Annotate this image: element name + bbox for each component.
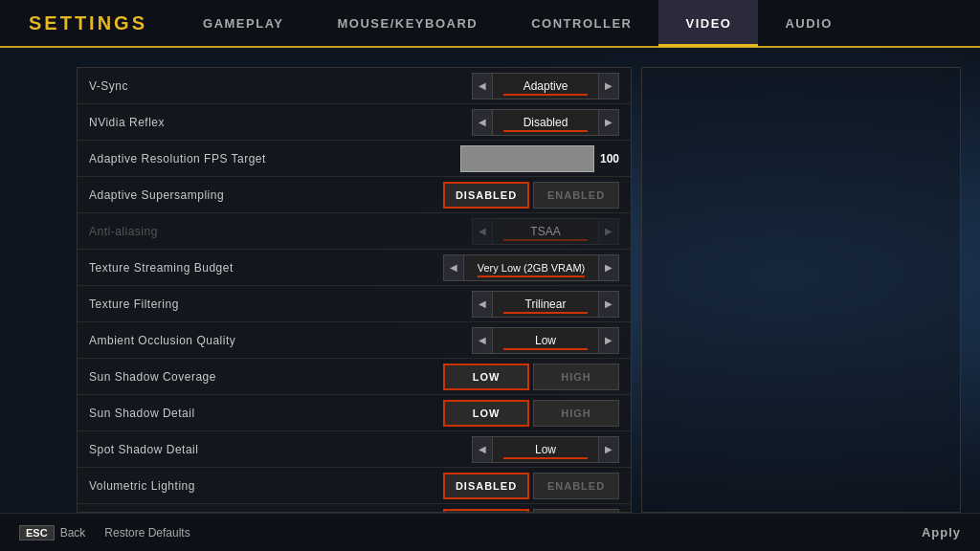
restore-defaults-btn[interactable]: Restore Defaults [104,526,189,540]
apply-btn[interactable]: Apply [922,525,961,540]
volumetric-lighting-label: Volumetric Lighting [89,479,443,493]
texture-streaming-next-btn[interactable]: ▶ [598,254,619,281]
adaptive-resolution-slider[interactable] [460,145,594,172]
back-label: Back [60,526,86,540]
sun-shadow-detail-row: Sun Shadow Detail Low High [78,395,631,431]
texture-streaming-budget-control: ◀ Very Low (2GB VRAM) ▶ [443,254,619,281]
adaptive-resolution-control: 100 [460,145,619,172]
sun-shadow-detail-high-btn[interactable]: High [533,400,619,427]
texture-filtering-prev-btn[interactable]: ◀ [472,291,493,318]
sun-shadow-detail-low-btn[interactable]: Low [443,400,529,427]
texture-filtering-control: ◀ Trilinear ▶ [472,291,619,318]
nvidia-reflex-next-btn[interactable]: ▶ [598,109,619,136]
header: SETTINGS GAMEPLAY MOUSE/KEYBOARD CONTROL… [0,0,980,48]
texture-streaming-value: Very Low (2GB VRAM) [464,254,598,281]
adaptive-resolution-row: Adaptive Resolution FPS Target 100 [78,141,631,177]
sun-shadow-coverage-row: Sun Shadow Coverage Low High [78,359,631,395]
tab-gameplay[interactable]: GAMEPLAY [176,0,310,47]
nvidia-reflex-row: NVidia Reflex ◀ Disabled ▶ [78,104,631,141]
anti-aliasing-row: Anti-aliasing ◀ TSAA ▶ [78,213,631,250]
adaptive-resolution-value: 100 [600,152,619,165]
footer: ESC Back Restore Defaults Apply [0,513,980,551]
anti-aliasing-label: Anti-aliasing [89,225,472,238]
texture-filtering-row: Texture Filtering ◀ Trilinear ▶ [78,286,631,322]
anti-aliasing-next-btn[interactable]: ▶ [598,218,619,245]
volumetric-lighting-enabled-btn[interactable]: Enabled [533,473,619,499]
preview-panel [641,67,961,513]
vsync-label: V-Sync [89,79,472,93]
nvidia-reflex-label: NVidia Reflex [89,116,472,129]
spot-shadow-detail-control: ◀ Low ▶ [472,436,619,463]
sun-shadow-coverage-low-btn[interactable]: Low [443,364,529,390]
vsync-control: ◀ Adaptive ▶ [472,73,619,99]
spot-shadow-value: Low [493,436,598,463]
dynamic-spot-shadows-row: Dynamic Spot Shadows Disabled Enabled [78,504,631,513]
tab-video[interactable]: VIDEO [658,0,758,47]
volumetric-lighting-control: Disabled Enabled [443,473,619,499]
spot-shadow-detail-label: Spot Shadow Detail [89,443,472,456]
adaptive-supersampling-enabled-btn[interactable]: Enabled [533,182,619,209]
ambient-occlusion-control: ◀ Low ▶ [472,327,619,354]
nvidia-reflex-prev-btn[interactable]: ◀ [472,109,493,136]
vsync-next-btn[interactable]: ▶ [598,73,619,99]
sun-shadow-coverage-label: Sun Shadow Coverage [89,370,443,384]
texture-filtering-label: Texture Filtering [89,298,472,311]
ambient-occlusion-row: Ambient Occlusion Quality ◀ Low ▶ [78,322,631,359]
vsync-value: Adaptive [493,73,598,99]
sun-shadow-detail-label: Sun Shadow Detail [89,407,443,420]
nav-tabs: GAMEPLAY MOUSE/KEYBOARD CONTROLLER VIDEO… [176,0,980,47]
texture-streaming-budget-row: Texture Streaming Budget ◀ Very Low (2GB… [78,250,631,286]
tab-audio[interactable]: AUDIO [758,0,858,47]
spot-shadow-next-btn[interactable]: ▶ [598,436,619,463]
sun-shadow-detail-control: Low High [443,400,619,427]
ambient-occlusion-prev-btn[interactable]: ◀ [472,327,493,354]
adaptive-supersampling-row: Adaptive Supersampling Disabled Enabled [78,177,631,213]
vsync-prev-btn[interactable]: ◀ [472,73,493,99]
volumetric-lighting-disabled-btn[interactable]: Disabled [443,473,529,499]
adaptive-supersampling-control: Disabled Enabled [443,182,619,209]
adaptive-resolution-label: Adaptive Resolution FPS Target [89,152,460,165]
back-section: ESC Back [19,525,85,540]
tab-controller[interactable]: CONTROLLER [504,0,658,47]
nvidia-reflex-control: ◀ Disabled ▶ [472,109,619,136]
volumetric-lighting-row: Volumetric Lighting Disabled Enabled [78,468,631,504]
sun-shadow-coverage-control: Low High [443,364,619,390]
ambient-occlusion-value: Low [493,327,598,354]
anti-aliasing-prev-btn[interactable]: ◀ [472,218,493,245]
ambient-occlusion-next-btn[interactable]: ▶ [598,327,619,354]
main-content: V-Sync ◀ Adaptive ▶ NVidia Reflex ◀ Disa… [0,48,980,513]
spot-shadow-detail-row: Spot Shadow Detail ◀ Low ▶ [78,431,631,468]
texture-filtering-next-btn[interactable]: ▶ [598,291,619,318]
adaptive-supersampling-label: Adaptive Supersampling [89,188,443,202]
app-title: SETTINGS [0,12,176,34]
spot-shadow-prev-btn[interactable]: ◀ [472,436,493,463]
anti-aliasing-control: ◀ TSAA ▶ [472,218,619,245]
anti-aliasing-value: TSAA [493,218,598,245]
esc-key: ESC [19,525,55,540]
adaptive-supersampling-disabled-btn[interactable]: Disabled [443,182,529,209]
texture-streaming-budget-label: Texture Streaming Budget [89,261,443,275]
vsync-row: V-Sync ◀ Adaptive ▶ [78,68,631,104]
settings-panel: V-Sync ◀ Adaptive ▶ NVidia Reflex ◀ Disa… [77,67,632,513]
texture-streaming-prev-btn[interactable]: ◀ [443,254,464,281]
ambient-occlusion-label: Ambient Occlusion Quality [89,334,472,347]
tab-mouse-keyboard[interactable]: MOUSE/KEYBOARD [311,0,505,47]
nvidia-reflex-value: Disabled [493,109,598,136]
texture-filtering-value: Trilinear [493,291,598,318]
sun-shadow-coverage-high-btn[interactable]: High [533,364,619,390]
